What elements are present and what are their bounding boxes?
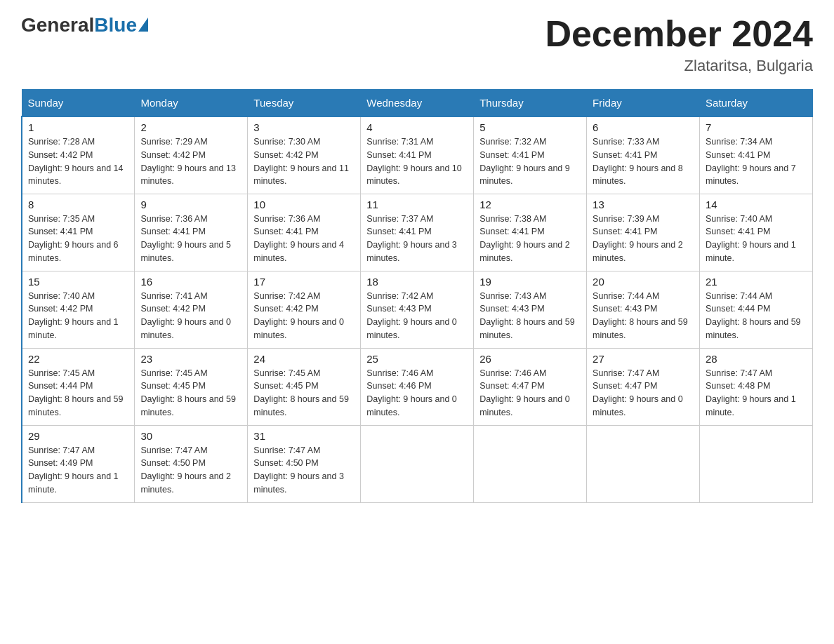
day-info: Sunrise: 7:44 AMSunset: 4:43 PMDaylight:…: [593, 290, 694, 342]
calendar-week-2: 8 Sunrise: 7:35 AMSunset: 4:41 PMDayligh…: [22, 194, 813, 271]
calendar-header: SundayMondayTuesdayWednesdayThursdayFrid…: [22, 90, 813, 117]
calendar-cell: 13 Sunrise: 7:39 AMSunset: 4:41 PMDaylig…: [587, 194, 700, 271]
day-info: Sunrise: 7:34 AMSunset: 4:41 PMDaylight:…: [706, 135, 807, 188]
day-info: Sunrise: 7:46 AMSunset: 4:47 PMDaylight:…: [479, 367, 581, 420]
day-number: 29: [28, 430, 128, 442]
calendar-cell: 10 Sunrise: 7:36 AMSunset: 4:41 PMDaylig…: [248, 194, 361, 271]
calendar-cell: 25 Sunrise: 7:46 AMSunset: 4:46 PMDaylig…: [361, 348, 474, 425]
day-info: Sunrise: 7:47 AMSunset: 4:49 PMDaylight:…: [28, 444, 128, 497]
calendar-week-4: 22 Sunrise: 7:45 AMSunset: 4:44 PMDaylig…: [22, 348, 813, 425]
calendar-cell: [700, 425, 813, 502]
calendar-week-3: 15 Sunrise: 7:40 AMSunset: 4:42 PMDaylig…: [22, 271, 813, 348]
header-day-sunday: Sunday: [22, 90, 135, 117]
calendar-cell: 11 Sunrise: 7:37 AMSunset: 4:41 PMDaylig…: [361, 194, 474, 271]
day-number: 30: [140, 430, 241, 442]
calendar-cell: 30 Sunrise: 7:47 AMSunset: 4:50 PMDaylig…: [135, 425, 248, 502]
day-number: 12: [479, 199, 581, 210]
calendar-body: 1 Sunrise: 7:28 AMSunset: 4:42 PMDayligh…: [22, 116, 813, 502]
day-info: Sunrise: 7:42 AMSunset: 4:42 PMDaylight:…: [253, 290, 355, 342]
day-number: 24: [253, 353, 355, 365]
calendar-cell: 26 Sunrise: 7:46 AMSunset: 4:47 PMDaylig…: [474, 348, 587, 425]
calendar-cell: 12 Sunrise: 7:38 AMSunset: 4:41 PMDaylig…: [474, 194, 587, 271]
calendar-cell: 29 Sunrise: 7:47 AMSunset: 4:49 PMDaylig…: [22, 425, 135, 502]
day-info: Sunrise: 7:35 AMSunset: 4:41 PMDaylight:…: [28, 213, 128, 265]
calendar-cell: 20 Sunrise: 7:44 AMSunset: 4:43 PMDaylig…: [587, 271, 700, 348]
calendar-cell: 18 Sunrise: 7:42 AMSunset: 4:43 PMDaylig…: [361, 271, 474, 348]
day-number: 2: [140, 121, 241, 133]
calendar-cell: 5 Sunrise: 7:32 AMSunset: 4:41 PMDayligh…: [474, 116, 587, 194]
calendar-cell: 24 Sunrise: 7:45 AMSunset: 4:45 PMDaylig…: [248, 348, 361, 425]
day-number: 21: [706, 276, 807, 288]
header-day-friday: Friday: [587, 90, 700, 117]
day-info: Sunrise: 7:47 AMSunset: 4:50 PMDaylight:…: [140, 444, 241, 497]
day-info: Sunrise: 7:47 AMSunset: 4:48 PMDaylight:…: [706, 367, 807, 420]
day-number: 15: [28, 276, 128, 288]
calendar-cell: 15 Sunrise: 7:40 AMSunset: 4:42 PMDaylig…: [22, 271, 135, 348]
header-row: SundayMondayTuesdayWednesdayThursdayFrid…: [22, 90, 813, 117]
day-info: Sunrise: 7:47 AMSunset: 4:47 PMDaylight:…: [593, 367, 694, 420]
day-info: Sunrise: 7:40 AMSunset: 4:41 PMDaylight:…: [706, 213, 807, 265]
day-number: 17: [253, 276, 355, 288]
day-number: 27: [593, 353, 694, 365]
day-number: 7: [706, 121, 807, 133]
calendar-cell: 28 Sunrise: 7:47 AMSunset: 4:48 PMDaylig…: [700, 348, 813, 425]
calendar-cell: 4 Sunrise: 7:31 AMSunset: 4:41 PMDayligh…: [361, 116, 474, 194]
day-info: Sunrise: 7:37 AMSunset: 4:41 PMDaylight:…: [366, 213, 468, 265]
day-info: Sunrise: 7:36 AMSunset: 4:41 PMDaylight:…: [140, 213, 241, 265]
calendar-cell: [587, 425, 700, 502]
day-number: 4: [366, 121, 468, 133]
day-number: 9: [140, 199, 241, 210]
day-info: Sunrise: 7:36 AMSunset: 4:41 PMDaylight:…: [253, 213, 355, 265]
calendar-cell: 9 Sunrise: 7:36 AMSunset: 4:41 PMDayligh…: [135, 194, 248, 271]
day-number: 23: [140, 353, 241, 365]
header-day-thursday: Thursday: [474, 90, 587, 117]
day-number: 22: [28, 353, 128, 365]
day-info: Sunrise: 7:42 AMSunset: 4:43 PMDaylight:…: [366, 290, 468, 342]
day-number: 3: [253, 121, 355, 133]
day-number: 6: [593, 121, 694, 133]
calendar-cell: 3 Sunrise: 7:30 AMSunset: 4:42 PMDayligh…: [248, 116, 361, 194]
calendar-cell: 23 Sunrise: 7:45 AMSunset: 4:45 PMDaylig…: [135, 348, 248, 425]
day-info: Sunrise: 7:47 AMSunset: 4:50 PMDaylight:…: [253, 444, 355, 497]
day-number: 11: [366, 199, 468, 210]
logo-triangle-icon: [138, 18, 148, 32]
calendar-cell: 31 Sunrise: 7:47 AMSunset: 4:50 PMDaylig…: [248, 425, 361, 502]
day-info: Sunrise: 7:30 AMSunset: 4:42 PMDaylight:…: [253, 135, 355, 188]
day-info: Sunrise: 7:39 AMSunset: 4:41 PMDaylight:…: [593, 213, 694, 265]
header-day-wednesday: Wednesday: [361, 90, 474, 117]
title-area: December 2024 Zlataritsa, Bulgaria: [545, 14, 813, 75]
day-info: Sunrise: 7:28 AMSunset: 4:42 PMDaylight:…: [28, 135, 128, 188]
page-header: General Blue December 2024 Zlataritsa, B…: [21, 14, 813, 75]
calendar-week-5: 29 Sunrise: 7:47 AMSunset: 4:49 PMDaylig…: [22, 425, 813, 502]
calendar-cell: [474, 425, 587, 502]
day-number: 28: [706, 353, 807, 365]
location-label: Zlataritsa, Bulgaria: [545, 57, 813, 75]
day-number: 31: [253, 430, 355, 442]
header-day-monday: Monday: [135, 90, 248, 117]
day-info: Sunrise: 7:41 AMSunset: 4:42 PMDaylight:…: [140, 290, 241, 342]
logo: General Blue: [21, 14, 148, 36]
logo-blue-text: Blue: [94, 14, 137, 36]
calendar-cell: 19 Sunrise: 7:43 AMSunset: 4:43 PMDaylig…: [474, 271, 587, 348]
day-number: 1: [28, 121, 128, 133]
calendar-cell: 8 Sunrise: 7:35 AMSunset: 4:41 PMDayligh…: [22, 194, 135, 271]
logo-general-text: General: [21, 14, 94, 36]
logo-blue-part: Blue: [94, 14, 148, 36]
day-number: 25: [366, 353, 468, 365]
calendar-cell: 6 Sunrise: 7:33 AMSunset: 4:41 PMDayligh…: [587, 116, 700, 194]
calendar-cell: 21 Sunrise: 7:44 AMSunset: 4:44 PMDaylig…: [700, 271, 813, 348]
day-number: 16: [140, 276, 241, 288]
calendar-cell: 17 Sunrise: 7:42 AMSunset: 4:42 PMDaylig…: [248, 271, 361, 348]
day-info: Sunrise: 7:44 AMSunset: 4:44 PMDaylight:…: [706, 290, 807, 342]
day-info: Sunrise: 7:45 AMSunset: 4:45 PMDaylight:…: [140, 367, 241, 420]
day-number: 26: [479, 353, 581, 365]
calendar-table: SundayMondayTuesdayWednesdayThursdayFrid…: [21, 89, 813, 503]
day-number: 13: [593, 199, 694, 210]
day-info: Sunrise: 7:46 AMSunset: 4:46 PMDaylight:…: [366, 367, 468, 420]
calendar-cell: 27 Sunrise: 7:47 AMSunset: 4:47 PMDaylig…: [587, 348, 700, 425]
day-info: Sunrise: 7:29 AMSunset: 4:42 PMDaylight:…: [140, 135, 241, 188]
day-info: Sunrise: 7:33 AMSunset: 4:41 PMDaylight:…: [593, 135, 694, 188]
header-day-tuesday: Tuesday: [248, 90, 361, 117]
calendar-cell: 22 Sunrise: 7:45 AMSunset: 4:44 PMDaylig…: [22, 348, 135, 425]
calendar-cell: 2 Sunrise: 7:29 AMSunset: 4:42 PMDayligh…: [135, 116, 248, 194]
